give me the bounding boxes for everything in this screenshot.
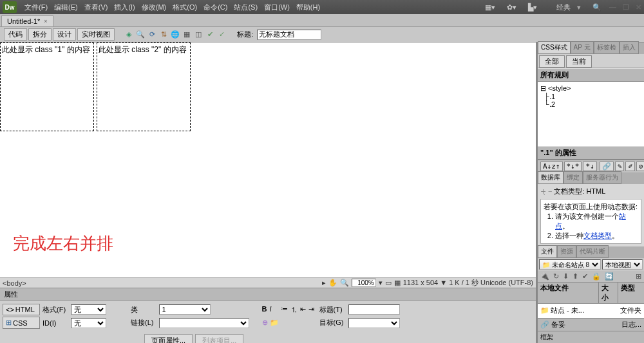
sort-az-button[interactable]: A↓z↑ <box>540 162 563 171</box>
col-size[interactable]: 大小 <box>599 283 618 303</box>
bindings-tab[interactable]: 绑定 <box>564 171 583 184</box>
refresh-icon[interactable]: ⟳ <box>147 30 157 40</box>
sort-star2-button[interactable]: *↓ <box>583 162 596 171</box>
live-view-button[interactable]: 实时视图 <box>77 28 115 41</box>
sync-icon[interactable]: 🔄 <box>605 272 614 281</box>
ap-elements-tab[interactable]: AP 元 <box>571 41 594 54</box>
all-rules-tab[interactable]: 全部 <box>539 55 565 68</box>
menu-format[interactable]: 格式(O) <box>170 1 200 14</box>
zoom-tool-icon[interactable]: 🔍 <box>340 279 349 287</box>
maximize-button[interactable]: ❐ <box>623 3 629 12</box>
search-icon[interactable]: 🔍 <box>592 3 601 12</box>
files-list[interactable]: 📁站点 - 未... 文件夹 <box>538 304 644 318</box>
target-select[interactable] <box>348 318 400 328</box>
menu-site[interactable]: 站点(S) <box>231 1 260 14</box>
device-icon[interactable]: ▦ <box>394 279 401 287</box>
bold-button[interactable]: B <box>262 305 267 315</box>
files-tab[interactable]: 文件 <box>538 245 557 258</box>
menu-file[interactable]: 文件(F) <box>22 1 50 14</box>
view-select[interactable]: 本地视图 <box>602 259 643 270</box>
current-rules-tab[interactable]: 当前 <box>566 55 592 68</box>
css-mode-button[interactable]: ⊞CSS <box>3 317 40 329</box>
ul-button[interactable]: ≔ <box>281 305 288 315</box>
expand-icon[interactable]: ⊞ <box>636 272 641 281</box>
div-class-2[interactable]: 此处显示 class "2" 的内容 <box>97 42 191 131</box>
insert-tab[interactable]: 插入 <box>620 41 639 54</box>
html-mode-button[interactable]: <>HTML <box>3 304 40 315</box>
tag-selector[interactable]: <body> <box>3 279 26 287</box>
tag-inspector-tab[interactable]: 标签检 <box>594 41 620 54</box>
format-select[interactable]: 无 <box>71 304 106 315</box>
col-type[interactable]: 类型 <box>618 283 644 303</box>
document-tab-close-icon[interactable]: × <box>44 18 47 24</box>
connect-icon[interactable]: 🔌 <box>540 272 549 281</box>
ol-button[interactable]: ⒈ <box>290 305 298 315</box>
div-class-1[interactable]: 此处显示 class "1" 的内容 <box>0 42 94 131</box>
menu-commands[interactable]: 命令(C) <box>201 1 230 14</box>
window-size-icon[interactable]: ▭ <box>385 279 392 287</box>
link-select[interactable] <box>159 318 249 328</box>
hand-tool-icon[interactable]: ✋ <box>328 279 337 287</box>
doctype-link[interactable]: 文档类型 <box>583 232 612 239</box>
new-rule-icon[interactable]: ✎ <box>615 162 625 171</box>
close-button[interactable]: ✕ <box>636 3 641 12</box>
code-view-button[interactable]: 代码 <box>4 28 27 41</box>
log-link[interactable]: 日志... <box>621 320 641 329</box>
rules-tree[interactable]: ⊟ <style> ├.1 └.2 <box>538 82 644 146</box>
class-select[interactable]: 1 <box>159 304 211 315</box>
check-icon[interactable]: ✓ <box>216 30 227 40</box>
menu-edit[interactable]: 编辑(E) <box>52 1 80 14</box>
site-select[interactable]: 📁 未命名站点 8 <box>539 259 601 270</box>
point-to-file-icon[interactable]: ⊕ <box>262 319 268 327</box>
workspace-label[interactable]: 经典 <box>556 3 571 12</box>
validate-icon[interactable]: ✔ <box>205 30 215 40</box>
frames-panel-header[interactable]: 框架 <box>538 331 644 343</box>
preview-icon[interactable]: 🌐 <box>170 30 180 40</box>
menu-window[interactable]: 窗口(W) <box>261 1 292 14</box>
site-icon[interactable]: ▙▾ <box>528 3 537 12</box>
database-tab[interactable]: 数据库 <box>538 171 564 184</box>
zoom-input[interactable] <box>352 279 376 287</box>
id-select[interactable]: 无 <box>71 318 106 328</box>
snippets-tab[interactable]: 代码片断 <box>576 245 609 258</box>
visual-aids-icon[interactable]: ◫ <box>193 30 204 40</box>
outdent-button[interactable]: ⇤ <box>300 305 306 315</box>
page-properties-button[interactable]: 页面属性... <box>144 334 193 343</box>
browse-folder-icon[interactable]: 📁 <box>270 319 279 327</box>
title-input-2[interactable] <box>348 304 400 315</box>
refresh-files-icon[interactable]: ↻ <box>553 272 559 281</box>
indent-button[interactable]: ⇥ <box>308 305 314 315</box>
menu-view[interactable]: 查看(V) <box>82 1 111 14</box>
file-row[interactable]: 📁站点 - 未... 文件夹 <box>539 305 643 316</box>
inspect-icon[interactable]: 🔍 <box>135 30 146 40</box>
menu-help[interactable]: 帮助(H) <box>294 1 323 14</box>
minimize-button[interactable]: — <box>609 3 616 12</box>
split-view-button[interactable]: 拆分 <box>28 28 52 41</box>
zoom-dropdown-icon[interactable]: ▾ <box>379 279 383 287</box>
attach-css-icon[interactable]: 🔗 <box>600 162 614 171</box>
properties-header[interactable]: 属性 <box>0 288 536 301</box>
menu-insert[interactable]: 插入(I) <box>111 1 137 14</box>
css-styles-tab[interactable]: CSS样式 <box>538 41 571 54</box>
layout-icon[interactable]: ▦▾ <box>485 3 495 12</box>
design-canvas[interactable]: 此处显示 class "1" 的内容 此处显示 class "2" 的内容 完成… <box>0 42 536 277</box>
file-mgmt-icon[interactable]: ⇅ <box>158 30 169 40</box>
select-tool-icon[interactable]: ▸ <box>322 279 326 287</box>
disable-rule-icon[interactable]: ⊘ <box>636 162 644 171</box>
document-tab[interactable]: Untitled-1* × <box>1 15 53 26</box>
get-files-icon[interactable]: ⬇ <box>563 272 569 281</box>
put-files-icon[interactable]: ⬆ <box>573 272 578 281</box>
menu-modify[interactable]: 修改(M) <box>139 1 169 14</box>
extend-icon[interactable]: ✿▾ <box>507 3 516 12</box>
title-input[interactable] <box>257 30 321 40</box>
checkout-icon[interactable]: ✔ <box>582 272 588 281</box>
assets-tab[interactable]: 资源 <box>557 245 576 258</box>
options-icon[interactable]: ▦ <box>182 30 192 40</box>
edit-rule-icon[interactable]: ✐ <box>625 162 635 171</box>
live-code-icon[interactable]: ◈ <box>124 30 134 40</box>
server-behaviors-tab[interactable]: 服务器行为 <box>583 171 621 184</box>
checkin-icon[interactable]: 🔒 <box>592 272 601 281</box>
col-local-files[interactable]: 本地文件 <box>538 283 599 303</box>
sort-star1-button[interactable]: *↓* <box>564 162 582 171</box>
italic-button[interactable]: I <box>269 305 271 315</box>
